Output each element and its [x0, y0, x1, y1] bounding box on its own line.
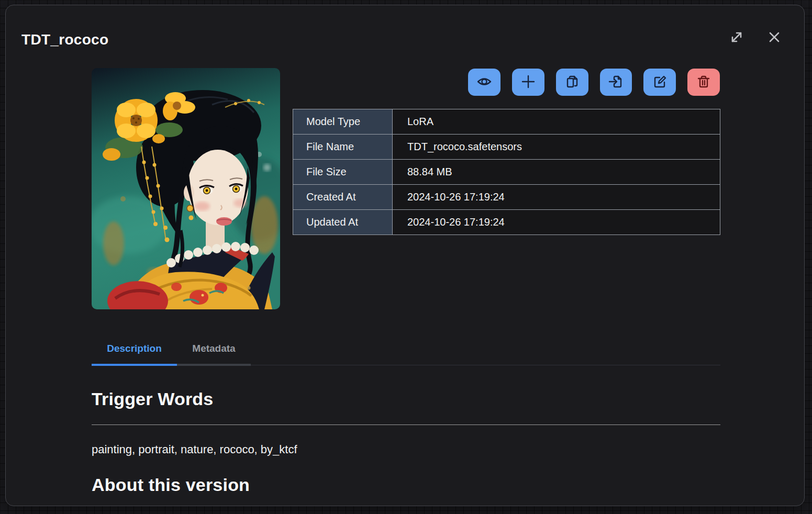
trash-icon: [696, 74, 711, 91]
row-value: 2024-10-26 17:19:24: [393, 185, 720, 210]
tab-metadata[interactable]: Metadata: [177, 333, 251, 366]
row-label: Updated At: [293, 210, 393, 235]
trigger-words-heading: Trigger Words: [92, 389, 213, 409]
delete-button[interactable]: [687, 69, 720, 96]
row-value: TDT_rococo.safetensors: [393, 135, 720, 160]
expand-button[interactable]: [727, 28, 746, 47]
model-info-table: Model Type LoRA File Name TDT_rococo.saf…: [293, 109, 720, 235]
table-row: Model Type LoRA: [293, 109, 720, 135]
add-button[interactable]: [512, 69, 544, 96]
copy-icon: [564, 74, 580, 91]
model-preview-image: [92, 68, 280, 309]
section-divider: [92, 424, 720, 425]
row-value: 88.84 MB: [393, 160, 720, 185]
row-label: Model Type: [293, 109, 393, 135]
row-label: Created At: [293, 185, 393, 210]
table-row: File Size 88.84 MB: [293, 160, 720, 185]
close-button[interactable]: [765, 28, 784, 47]
detail-tabs: Description Metadata: [92, 333, 720, 366]
row-value: 2024-10-26 17:19:24: [393, 210, 720, 235]
edit-button[interactable]: [643, 69, 676, 96]
dialog-title: TDT_rococo: [21, 31, 108, 48]
row-value: LoRA: [393, 109, 720, 135]
load-button[interactable]: [600, 69, 632, 96]
about-version-heading: About this version: [92, 475, 250, 495]
close-icon: [767, 30, 782, 46]
trigger-words-text: painting, portrait, nature, rococo, by_k…: [92, 443, 297, 456]
preview-button[interactable]: [468, 69, 500, 96]
plus-icon: [520, 74, 536, 91]
action-buttons: [468, 69, 720, 96]
table-row: Created At 2024-10-26 17:19:24: [293, 185, 720, 210]
table-row: Updated At 2024-10-26 17:19:24: [293, 210, 720, 235]
eye-icon: [476, 74, 492, 91]
table-row: File Name TDT_rococo.safetensors: [293, 135, 720, 160]
model-detail-dialog: TDT_rococo: [5, 5, 805, 506]
copy-button[interactable]: [556, 69, 588, 96]
row-label: File Name: [293, 135, 393, 160]
edit-icon: [652, 74, 668, 91]
tab-description[interactable]: Description: [92, 333, 177, 366]
expand-icon: [729, 30, 744, 46]
file-import-icon: [608, 74, 624, 91]
row-label: File Size: [293, 160, 393, 185]
